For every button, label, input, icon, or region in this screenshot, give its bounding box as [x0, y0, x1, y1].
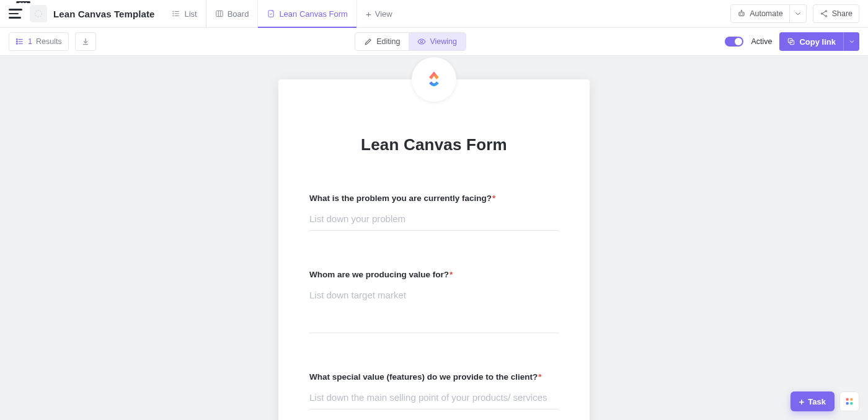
field-input[interactable]: List down target market [309, 290, 559, 333]
svg-point-17 [821, 13, 822, 14]
header-left: 201 Lean Canvas Template [9, 0, 154, 27]
field-label: What is the problem you are currently fa… [309, 193, 559, 205]
copy-link-dropdown[interactable] [843, 32, 859, 51]
form-icon [267, 9, 275, 18]
menu-toggle[interactable]: 201 [9, 5, 26, 22]
tab-lean-canvas-form[interactable]: Lean Canvas Form [257, 0, 356, 27]
list-bullets-icon [16, 37, 24, 46]
svg-rect-32 [850, 398, 852, 401]
svg-point-28 [421, 40, 423, 43]
board-icon [215, 9, 224, 18]
form-canvas: Lean Canvas Form What is the problem you… [0, 56, 868, 420]
form-field: Whom are we producing value for?* List d… [309, 269, 559, 333]
share-button[interactable]: Share [813, 4, 859, 23]
space-icon[interactable] [30, 5, 47, 22]
automate-label: Automate [750, 9, 783, 18]
copy-icon [787, 37, 795, 46]
page-title: Lean Canvas Template [53, 9, 154, 19]
field-input[interactable]: List down your problem [309, 213, 559, 231]
svg-point-0 [35, 11, 42, 17]
svg-rect-33 [846, 402, 849, 404]
svg-point-5 [173, 13, 174, 14]
plus-icon: + [799, 397, 805, 406]
required-marker: * [450, 270, 453, 279]
field-label: Whom are we producing value for?* [309, 269, 559, 281]
download-icon [81, 37, 90, 46]
view-tabs: List Board Lean Canvas Form + View [163, 0, 401, 27]
tab-label: Board [228, 9, 249, 19]
form-card: Lean Canvas Form What is the problem you… [278, 79, 590, 420]
svg-point-24 [16, 39, 17, 40]
svg-point-26 [16, 43, 17, 45]
active-toggle[interactable] [725, 37, 743, 47]
tab-label: List [184, 9, 197, 19]
add-view-label: View [375, 9, 392, 19]
list-icon [172, 9, 180, 18]
new-task-button[interactable]: + Task [790, 391, 835, 411]
svg-point-25 [16, 41, 17, 42]
automate-button[interactable]: Automate [730, 4, 790, 23]
svg-rect-34 [850, 402, 852, 404]
share-label: Share [832, 9, 852, 18]
svg-point-16 [825, 11, 826, 12]
mode-editing-label: Editing [376, 37, 400, 46]
apps-grid-icon [844, 396, 854, 406]
results-pill[interactable]: 1 Results [9, 32, 69, 51]
results-count: 1 [28, 37, 32, 46]
subheader: 1 Results Editing Viewing Active Copy li… [0, 28, 868, 56]
subheader-right: Active Copy link [725, 32, 859, 51]
robot-icon [737, 9, 746, 18]
svg-point-13 [742, 10, 742, 11]
copy-link-label: Copy link [799, 37, 836, 47]
form-field: What is the problem you are currently fa… [309, 193, 559, 231]
eye-icon [417, 37, 426, 46]
automate-dropdown[interactable] [790, 4, 807, 23]
download-button[interactable] [75, 32, 96, 51]
header-right: Automate Share [730, 0, 859, 27]
svg-line-19 [822, 12, 825, 14]
svg-point-14 [740, 14, 741, 14]
chevron-down-icon [794, 9, 802, 18]
mode-viewing-label: Viewing [430, 37, 457, 46]
field-label: What special value (features) do we prov… [309, 372, 559, 383]
svg-line-20 [822, 14, 825, 16]
form-field: What special value (features) do we prov… [309, 372, 559, 409]
results-label: Results [36, 37, 62, 46]
copy-link-button[interactable]: Copy link [779, 32, 843, 51]
task-label: Task [808, 397, 826, 406]
svg-point-15 [742, 14, 743, 14]
tab-label: Lean Canvas Form [279, 9, 348, 19]
automate-group: Automate [730, 4, 807, 23]
svg-point-18 [825, 16, 826, 17]
mode-switch: Editing Viewing [355, 32, 466, 51]
mode-viewing[interactable]: Viewing [409, 33, 466, 50]
svg-point-4 [173, 11, 174, 12]
copy-link-group: Copy link [779, 32, 859, 51]
chevron-down-icon [848, 38, 856, 45]
form-logo [412, 57, 456, 102]
add-view[interactable]: + View [356, 0, 401, 27]
floating-actions: + Task [790, 391, 859, 411]
active-toggle-label: Active [751, 37, 772, 46]
mode-editing[interactable]: Editing [355, 33, 409, 50]
top-header: 201 Lean Canvas Template List Board Lean… [0, 0, 868, 28]
svg-rect-7 [216, 11, 223, 16]
clickup-logo-icon [422, 68, 446, 91]
svg-rect-31 [846, 398, 849, 401]
field-input[interactable]: List down the main selling point of your… [309, 392, 559, 409]
pencil-icon [364, 37, 373, 46]
tab-list[interactable]: List [163, 0, 205, 27]
notification-badge: 201 [16, 1, 30, 3]
required-marker: * [492, 194, 495, 203]
form-title: Lean Canvas Form [309, 135, 559, 154]
tab-board[interactable]: Board [206, 0, 258, 27]
svg-point-6 [173, 16, 174, 16]
plus-icon: + [366, 9, 371, 19]
share-icon [820, 9, 828, 18]
required-marker: * [538, 372, 541, 382]
svg-rect-11 [739, 12, 744, 16]
apps-button[interactable] [839, 391, 859, 411]
